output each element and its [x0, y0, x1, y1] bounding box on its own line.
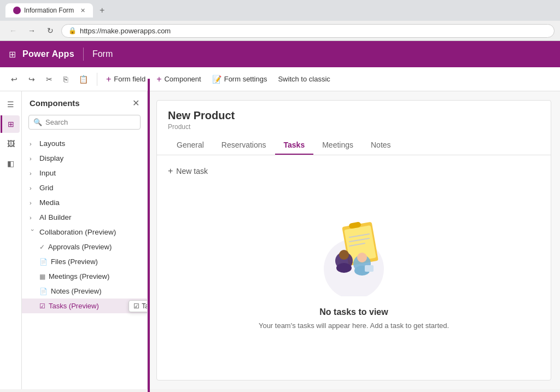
browser-titlebar: Information Form ✕ +	[0, 0, 560, 21]
notes-icon: 📄	[39, 288, 48, 295]
top-bar-divider	[83, 48, 84, 61]
search-icon: 🔍	[33, 118, 42, 126]
browser-nav: ← → ↻ 🔒 https://make.powerapps.com	[0, 21, 560, 40]
chevron-icon: ›	[30, 170, 36, 177]
sidebar-item-media[interactable]: › Media	[22, 195, 147, 210]
toolbar: ↩ ↪ ✂ ⎘ 📋 + Form field + Component 📝 For…	[0, 67, 560, 91]
copy-icon: ⎘	[63, 75, 68, 84]
menu-icon: ☰	[7, 100, 14, 109]
layers-icon: ◧	[7, 159, 14, 168]
chevron-icon: ›	[30, 141, 36, 147]
address-text: https://make.powerapps.com	[80, 27, 171, 35]
sidebar-icons: ☰ ⊞ 🖼 ◧	[0, 91, 22, 389]
tasks-label: Tasks (Preview)	[49, 302, 99, 310]
sidebar-item-ai-builder[interactable]: › AI Builder	[22, 210, 147, 225]
new-task-button[interactable]: + New task	[168, 164, 208, 178]
form-field-button[interactable]: + Form field	[102, 72, 150, 87]
sidebar-item-approvals[interactable]: ✓ Approvals (Preview)	[22, 239, 147, 254]
files-label: Files (Preview)	[51, 258, 98, 266]
sidebar-item-input[interactable]: › Input	[22, 166, 147, 180]
sidebar-grid-button[interactable]: ⊞	[1, 115, 20, 133]
form-settings-icon: 📝	[212, 75, 221, 84]
tab-title: Information Form	[24, 7, 77, 14]
media-label: Media	[39, 198, 60, 207]
panel-border	[148, 91, 150, 389]
empty-title: No tasks to view	[319, 307, 388, 317]
tab-general[interactable]: General	[168, 136, 213, 155]
chevron-icon: ›	[30, 185, 36, 191]
form-field-label: Form field	[114, 75, 145, 83]
grid-icon: ⊞	[8, 120, 14, 128]
component-button[interactable]: + Component	[152, 72, 206, 87]
browser-chrome: Information Form ✕ + ← → ↻ 🔒 https://mak…	[0, 0, 560, 41]
chevron-icon: ›	[30, 214, 36, 221]
svg-point-8	[339, 250, 349, 260]
redo-icon: ↪	[28, 75, 35, 84]
svg-rect-13	[365, 265, 374, 272]
tab-meetings[interactable]: Meetings	[313, 136, 362, 155]
form-title: New Product	[168, 109, 540, 122]
sidebar-item-files[interactable]: 📄 Files (Preview)	[22, 254, 147, 269]
tab-close-button[interactable]: ✕	[80, 7, 85, 14]
switch-classic-button[interactable]: Switch to classic	[273, 72, 334, 86]
add-component-icon: +	[156, 74, 161, 84]
redo-button[interactable]: ↪	[24, 72, 39, 86]
meetings-label: Meetings (Preview)	[49, 272, 109, 280]
toolbar-separator-1	[97, 73, 97, 86]
form-settings-label: Form settings	[224, 75, 267, 83]
cut-button[interactable]: ✂	[42, 72, 57, 86]
browser-tab[interactable]: Information Form ✕	[5, 3, 93, 17]
tasks-icon: ☑	[39, 302, 45, 310]
sidebar-item-tasks[interactable]: ☑ Tasks (Preview) ☑ Tasks	[22, 299, 147, 313]
form-subtitle: Product	[168, 123, 540, 131]
back-button[interactable]: ←	[5, 23, 21, 38]
tab-tasks[interactable]: Tasks	[275, 136, 314, 155]
sidebar-item-layouts[interactable]: › Layouts	[22, 136, 147, 151]
sidebar-item-meetings[interactable]: ▦ Meetings (Preview)	[22, 269, 147, 284]
main-area: ☰ ⊞ 🖼 ◧ Components ✕ 🔍	[0, 91, 560, 389]
tab-notes[interactable]: Notes	[362, 136, 400, 155]
grid-label: Grid	[39, 184, 54, 192]
panel-search: 🔍	[22, 115, 147, 135]
collaboration-label: Collaboration (Preview)	[39, 228, 116, 236]
drag-tooltip-icon: ☑	[133, 302, 139, 310]
search-box: 🔍	[28, 115, 141, 130]
sidebar-item-notes[interactable]: 📄 Notes (Preview)	[22, 284, 147, 299]
switch-classic-label: Switch to classic	[278, 75, 330, 83]
tasks-area: + New task	[157, 155, 551, 187]
sidebar-item-collaboration[interactable]: › Collaboration (Preview)	[22, 225, 147, 239]
forward-button[interactable]: →	[24, 23, 39, 38]
tree-section: › Layouts › Display › Input › Grid › M	[22, 135, 147, 314]
form-settings-button[interactable]: 📝 Form settings	[208, 72, 272, 86]
address-bar[interactable]: 🔒 https://make.powerapps.com	[61, 24, 555, 38]
new-tab-button[interactable]: +	[100, 5, 104, 15]
sidebar-item-display[interactable]: › Display	[22, 151, 147, 166]
components-panel: Components ✕ 🔍 › Layouts › Display	[22, 91, 148, 389]
tab-reservations[interactable]: Reservations	[213, 136, 275, 155]
page-name: Form	[92, 49, 113, 59]
app-wrapper: ⊞ Power Apps Form ↩ ↪ ✂ ⎘ 📋 + Form field…	[0, 41, 560, 389]
app-name: Power Apps	[22, 49, 74, 59]
sidebar-image-button[interactable]: 🖼	[2, 135, 20, 153]
cut-icon: ✂	[46, 75, 52, 84]
panel-close-button[interactable]: ✕	[132, 98, 139, 108]
sidebar-menu-button[interactable]: ☰	[2, 96, 20, 113]
layouts-label: Layouts	[39, 139, 65, 148]
form-header: New Product Product General Reservations…	[157, 101, 551, 155]
copy-button[interactable]: ⎘	[59, 72, 72, 86]
chevron-icon: ›	[30, 200, 36, 206]
empty-state: No tasks to view Your team's tasks will …	[157, 187, 551, 352]
sidebar-layers-button[interactable]: ◧	[2, 155, 20, 172]
chevron-open-icon: ›	[30, 229, 36, 236]
approvals-icon: ✓	[39, 243, 45, 251]
refresh-button[interactable]: ↻	[43, 23, 58, 38]
approvals-label: Approvals (Preview)	[48, 243, 112, 251]
svg-point-11	[336, 263, 352, 273]
waffle-icon[interactable]: ⊞	[9, 49, 16, 60]
new-task-label: New task	[176, 167, 208, 175]
sidebar-item-grid[interactable]: › Grid	[22, 180, 147, 195]
undo-button[interactable]: ↩	[7, 72, 22, 86]
content-area: New Product Product General Reservations…	[148, 91, 560, 389]
paste-button[interactable]: 📋	[74, 72, 92, 86]
search-input[interactable]	[45, 118, 137, 126]
